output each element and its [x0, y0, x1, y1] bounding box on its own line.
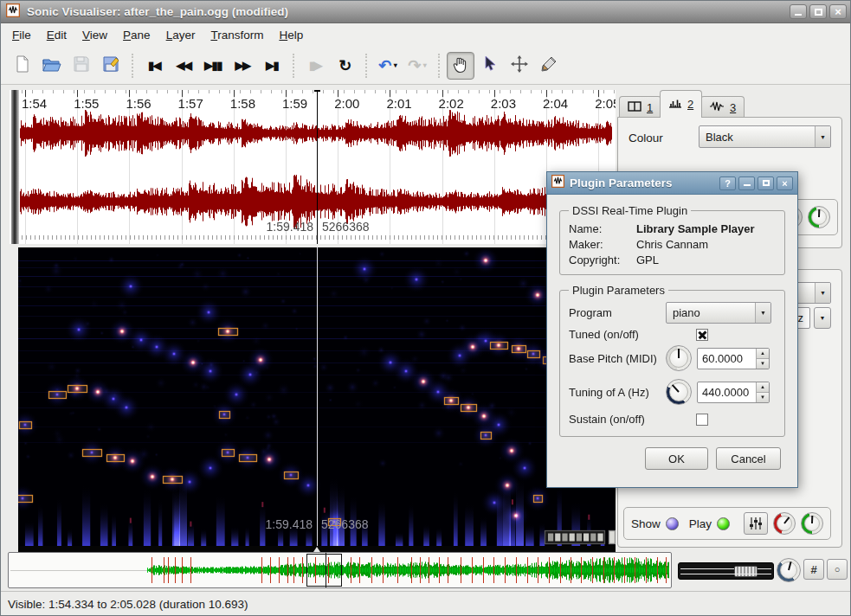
waveform-icon — [709, 101, 725, 114]
slider-handle[interactable] — [734, 566, 758, 577]
menu-edit[interactable]: Edit — [39, 24, 74, 46]
menu-pane[interactable]: Pane — [115, 24, 158, 46]
sustain-label: Sustain (on/off) — [569, 413, 666, 426]
base-pitch-label: Base Pitch (MIDI) — [569, 352, 666, 365]
toolbar-separator — [132, 54, 133, 78]
waveform-pane[interactable] — [10, 90, 616, 244]
tab-label: 3 — [730, 101, 736, 114]
plugin-copyright-value: GPL — [636, 253, 776, 268]
new-session-button[interactable] — [9, 52, 36, 80]
play-selection-icon: ▮▶ — [309, 59, 321, 72]
app-icon — [6, 3, 20, 21]
cancel-button[interactable]: Cancel — [716, 447, 781, 470]
spin-up-icon[interactable]: ▲ — [757, 382, 769, 393]
menu-file[interactable]: File — [4, 24, 39, 46]
dialog-title-bar[interactable]: Plugin Parameters ? × — [547, 172, 797, 195]
play-loop-button[interactable]: ↻ — [331, 52, 358, 80]
menu-layer[interactable]: Layer — [158, 24, 203, 46]
hand-icon — [452, 55, 469, 76]
dialog-close-button[interactable]: × — [777, 176, 793, 190]
edit-tool-button[interactable] — [506, 52, 533, 80]
chevron-down-icon[interactable]: ▾ — [423, 61, 427, 69]
rewind-icon: ◀◀ — [177, 59, 191, 72]
dialog-minimize-button[interactable] — [738, 176, 755, 190]
show-led-icon[interactable] — [666, 517, 679, 530]
ok-button[interactable]: OK — [645, 447, 708, 470]
pane2-gain-knob[interactable] — [773, 512, 796, 535]
colour-select[interactable]: Black ▼ — [699, 125, 831, 148]
dialog-icon — [551, 175, 564, 191]
status-bar: Visible: 1:54.334 to 2:05.028 (duration … — [1, 591, 851, 616]
minimize-button[interactable] — [790, 4, 807, 19]
chevron-down-icon[interactable]: ▾ — [394, 61, 397, 69]
fast-forward-icon: ▶▶ — [235, 59, 250, 72]
tab-label: 2 — [687, 98, 693, 111]
export-button[interactable] — [97, 52, 125, 80]
base-pitch-knob[interactable] — [666, 345, 692, 371]
rewind-button[interactable]: ◀◀ — [170, 52, 197, 80]
mixer-faders-button[interactable] — [744, 512, 768, 535]
pane2-pan-knob[interactable] — [801, 512, 823, 535]
pane1-pan-knob[interactable] — [808, 206, 830, 228]
pane2-playback-box: Show Play — [623, 507, 831, 540]
playback-speed-slider[interactable] — [678, 562, 774, 580]
save-as-icon — [101, 55, 120, 76]
dialog-help-button[interactable]: ? — [719, 176, 736, 190]
title-bar[interactable]: Sonic Visualiser: after_the_pain.ogg (mo… — [1, 1, 851, 23]
copyright-label: Copyright: — [569, 253, 636, 268]
overview-box — [8, 552, 672, 588]
spin-up-icon[interactable]: ▲ — [757, 349, 769, 359]
base-pitch-spinbox[interactable]: 60.0000 ▲▼ — [697, 348, 770, 369]
frame-count-button[interactable]: # — [803, 559, 824, 580]
maximize-button[interactable] — [809, 4, 827, 19]
tab-pane-2[interactable]: 2 — [660, 90, 702, 118]
save-button — [68, 52, 95, 80]
spectrogram-pane[interactable] — [18, 247, 616, 546]
chevron-down-icon: ▼ — [815, 283, 830, 303]
chevron-down-icon: ▼ — [815, 126, 830, 147]
spin-down-icon[interactable]: ▼ — [757, 393, 769, 402]
sustain-checkbox[interactable] — [696, 414, 708, 426]
new-file-icon — [13, 55, 32, 76]
move-cross-icon — [510, 55, 529, 76]
play-label: Play — [689, 517, 712, 530]
menu-transform[interactable]: Transform — [203, 24, 271, 46]
select-tool-button[interactable] — [476, 52, 504, 80]
menu-view[interactable]: View — [74, 24, 115, 46]
dialog-maximize-button[interactable] — [758, 176, 774, 190]
tuned-checkbox[interactable] — [696, 329, 708, 341]
open-button[interactable] — [38, 52, 66, 80]
tab-pane-1[interactable]: 1 — [619, 96, 661, 118]
overview-waveform[interactable] — [9, 553, 671, 587]
tab-label: 1 — [647, 101, 653, 114]
toolbar: ▮◀◀◀▶▮▮▶▶▶▮▮▶↻↶▾↷▾ — [1, 47, 851, 85]
undo-button[interactable]: ↶▾ — [374, 52, 402, 80]
tuning-spinbox[interactable]: 440.0000 ▲▼ — [697, 382, 770, 403]
plugin-params-legend: Plugin Parameters — [569, 284, 668, 297]
plugin-name-value: Library Sample Player — [636, 221, 776, 237]
toolbar-separator — [438, 54, 440, 78]
close-button[interactable]: × — [829, 4, 847, 19]
plugin-info-group: DSSI Real-Time Plugin Name: Library Samp… — [559, 204, 785, 275]
spin-down-icon[interactable]: ▼ — [757, 359, 769, 369]
rewind-to-start-button[interactable]: ▮◀ — [140, 52, 168, 80]
plugin-maker-value: Chris Cannam — [636, 237, 776, 253]
play-selection-button: ▮▶ — [301, 52, 329, 80]
tuning-knob[interactable] — [666, 379, 692, 405]
navigate-tool-button[interactable] — [447, 52, 474, 80]
fast-forward-to-end-icon: ▶▮ — [266, 59, 278, 72]
draw-tool-button[interactable] — [535, 52, 563, 80]
chevron-down-icon[interactable]: ▼ — [814, 307, 831, 329]
menu-help[interactable]: Help — [271, 24, 311, 46]
play-pause-button[interactable]: ▶▮▮ — [199, 52, 227, 80]
play-led-icon[interactable] — [717, 517, 730, 530]
record-button[interactable]: ○ — [827, 559, 848, 580]
fast-forward-button[interactable]: ▶▶ — [229, 52, 256, 80]
show-label: Show — [631, 517, 661, 530]
fast-forward-to-end-button[interactable]: ▶▮ — [258, 52, 286, 80]
menu-bar: FileEditViewPaneLayerTransformHelp — [1, 23, 851, 47]
playback-speed-knob[interactable] — [777, 558, 801, 582]
tab-pane-3[interactable]: 3 — [700, 96, 745, 118]
program-select[interactable]: piano ▼ — [666, 302, 771, 324]
histogram-icon — [668, 98, 682, 111]
